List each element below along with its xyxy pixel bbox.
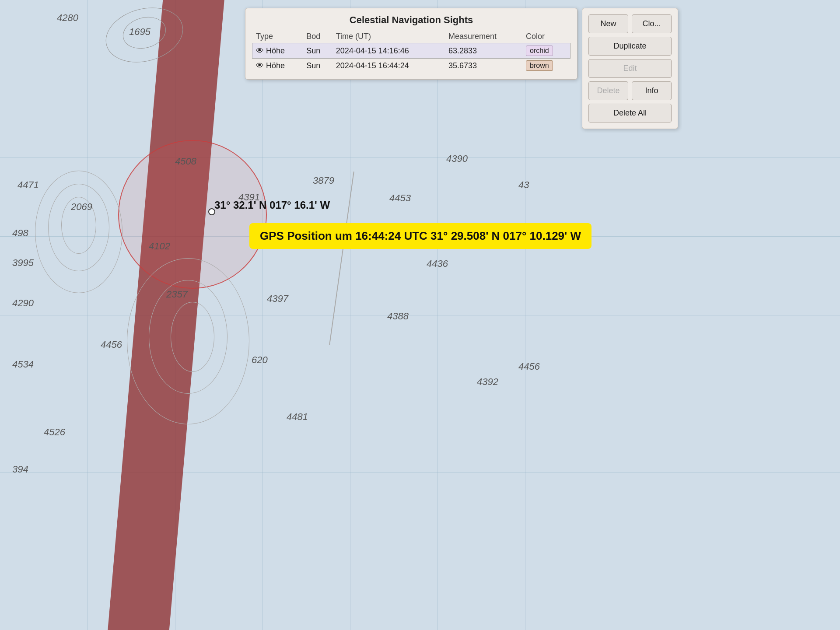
depth-4456-left: 4456 (101, 339, 122, 350)
depth-498: 498 (12, 228, 28, 239)
col-header-body: Bod (303, 30, 332, 43)
contour-bottom-center-inner2 (171, 302, 214, 372)
depth-2069: 2069 (71, 201, 92, 213)
btn-row-duplicate: Duplicate (588, 37, 672, 56)
btn-row-delete-all: Delete All (588, 104, 672, 122)
depth-4453: 4453 (389, 192, 411, 204)
row1-body: Sun (303, 43, 332, 59)
depth-4508: 4508 (175, 156, 196, 167)
new-button[interactable]: New (588, 14, 628, 33)
color-badge-brown: brown (526, 60, 553, 71)
row1-eye: 👁 Höhe (252, 43, 303, 59)
depth-4481: 4481 (287, 411, 308, 423)
depth-1695: 1695 (129, 26, 150, 38)
info-button[interactable]: Info (632, 81, 672, 100)
celestial-navigation-panel: Celestial Navigation Sights Type Bod Tim… (245, 8, 578, 80)
depth-4456-right: 4456 (518, 361, 540, 372)
col-header-measurement: Measurement (445, 30, 522, 43)
row2-time: 2024-04-15 16:44:24 (332, 58, 445, 73)
depth-4534: 4534 (12, 359, 34, 370)
btn-row-new: New Clo... (588, 14, 672, 33)
row2-body: Sun (303, 58, 332, 73)
row2-color: brown (522, 58, 570, 73)
row1-type: Höhe (266, 46, 285, 55)
depth-4526: 4526 (44, 427, 65, 438)
row1-color: orchid (522, 43, 570, 59)
depth-4102: 4102 (149, 241, 170, 252)
buttons-panel: New Clo... Duplicate Edit Delete Info De… (582, 8, 678, 129)
depth-394: 394 (12, 464, 28, 475)
row2-eye: 👁 Höhe (252, 58, 303, 73)
btn-row-delete: Delete Info (588, 81, 672, 100)
col-header-time: Time (UT) (332, 30, 445, 43)
depth-3879: 3879 (313, 175, 334, 186)
depth-620: 620 (252, 354, 268, 366)
depth-4388: 4388 (387, 311, 409, 322)
depth-4390: 4390 (446, 153, 468, 164)
color-badge-orchid: orchid (526, 46, 553, 56)
row1-time: 2024-04-15 14:16:46 (332, 43, 445, 59)
row2-type: Höhe (266, 61, 285, 70)
depth-4392: 4392 (477, 376, 498, 388)
delete-button[interactable]: Delete (588, 81, 628, 100)
col-header-color: Color (522, 30, 570, 43)
depth-4391: 4391 (238, 192, 260, 203)
depth-4280: 4280 (57, 12, 78, 24)
depth-4397: 4397 (267, 293, 288, 304)
close-button[interactable]: Clo... (632, 14, 672, 33)
gps-tooltip: GPS Position um 16:44:24 UTC 31° 29.508'… (249, 223, 592, 249)
sights-table[interactable]: Type Bod Time (UT) Measurement Color 👁 H… (252, 30, 570, 73)
table-row[interactable]: 👁 Höhe Sun 2024-04-15 16:44:24 35.6733 b… (252, 58, 570, 73)
row1-measurement: 63.2833 (445, 43, 522, 59)
panel-title: Celestial Navigation Sights (252, 14, 570, 26)
depth-3995: 3995 (12, 257, 34, 269)
eye-icon: 👁 (256, 46, 264, 55)
depth-2357: 2357 (166, 289, 188, 300)
delete-all-button[interactable]: Delete All (588, 104, 672, 122)
edit-button[interactable]: Edit (588, 59, 672, 78)
depth-4436: 4436 (427, 258, 448, 270)
row2-measurement: 35.6733 (445, 58, 522, 73)
table-row[interactable]: 👁 Höhe Sun 2024-04-15 14:16:46 63.2833 o… (252, 43, 570, 59)
btn-row-edit: Edit (588, 59, 672, 78)
depth-4471: 4471 (18, 179, 39, 191)
col-header-type: Type (252, 30, 303, 43)
duplicate-button[interactable]: Duplicate (588, 37, 672, 56)
eye-icon: 👁 (256, 61, 264, 70)
depth-43: 43 (518, 179, 529, 191)
depth-4290: 4290 (12, 298, 34, 309)
position-label-orchid: 31° 32.1' N 017° 16.1' W (214, 199, 330, 211)
